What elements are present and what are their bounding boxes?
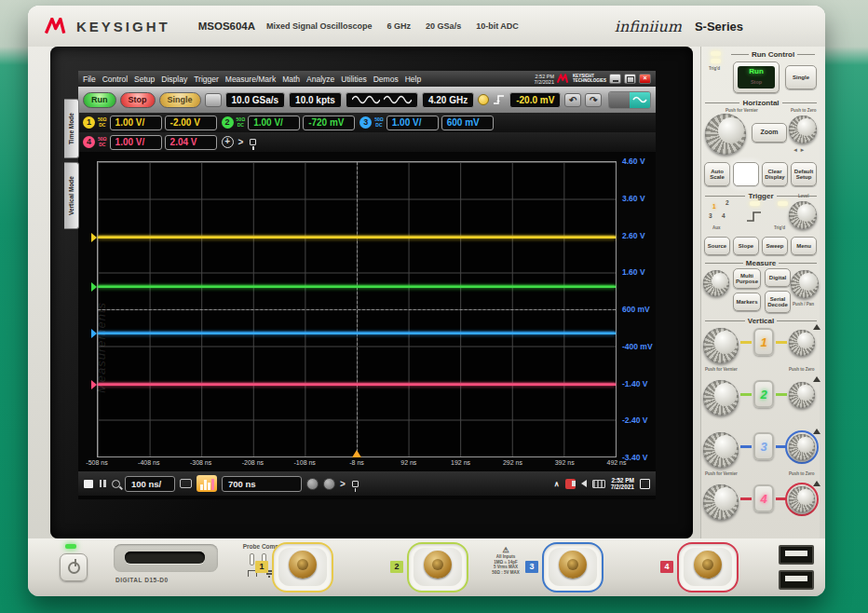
maximize-button[interactable] [624, 74, 636, 84]
channel-1-scale-knob[interactable] [703, 328, 739, 363]
bandwidth-field[interactable]: 4.20 GHz [422, 92, 474, 108]
channel-4-offset-knob[interactable] [789, 486, 815, 512]
undo-icon[interactable]: ↶ [564, 93, 581, 107]
sample-rate-field[interactable]: 10.0 GSa/s [225, 92, 286, 108]
pushpin-icon[interactable] [250, 139, 256, 145]
channel-1-badge[interactable]: 1 [83, 116, 95, 129]
touch-button[interactable] [733, 162, 759, 186]
menu-file[interactable]: File [83, 75, 96, 84]
markers-button[interactable]: Markers [733, 293, 761, 311]
close-button[interactable]: × [639, 74, 651, 84]
trigger-menu-button[interactable]: Menu [791, 237, 817, 255]
channel-3-scale-field[interactable]: 1.00 V/ [387, 116, 439, 130]
trace-channel-4[interactable] [98, 384, 616, 386]
channel-2-button[interactable]: 2 [753, 380, 774, 408]
channel-3-badge[interactable]: 3 [359, 116, 372, 129]
redo-icon[interactable]: ↷ [585, 93, 602, 107]
waveform-style-field[interactable] [346, 92, 418, 108]
channel-1-offset-knob[interactable] [789, 330, 815, 356]
acquisition-mode-icon[interactable] [205, 93, 222, 107]
display-icon[interactable] [180, 479, 192, 488]
menu-math[interactable]: Math [282, 75, 300, 84]
add-waveform-icon[interactable]: + [222, 136, 234, 148]
serial-decode-button[interactable]: Serial Decode [765, 291, 791, 313]
trigger-source-button[interactable]: Source [704, 237, 730, 255]
channel-2-offset-field[interactable]: -720 mV [303, 116, 355, 130]
channel-2-scale-field[interactable]: 1.00 V/ [248, 116, 300, 130]
tab-time-mode[interactable]: Time Mode [64, 99, 79, 158]
pushpin-icon[interactable] [352, 481, 359, 487]
trigger-sweep-button[interactable]: Sweep [762, 237, 788, 255]
pause-icon[interactable] [98, 479, 107, 488]
trigger-level-knob[interactable] [789, 201, 817, 229]
user-icon[interactable] [323, 478, 335, 490]
channel-4-badge[interactable]: 4 [83, 136, 95, 148]
menu-trigger[interactable]: Trigger [194, 75, 219, 84]
channel-4-offset-field[interactable]: 2.04 V [165, 135, 217, 150]
channel-2-scale-knob[interactable] [703, 380, 739, 415]
run-stop-button[interactable]: Run Stop [733, 61, 780, 93]
horizontal-position-knob[interactable] [789, 116, 817, 143]
trace-channel-2[interactable] [98, 286, 616, 288]
trigger-slope-button[interactable]: Slope [733, 237, 759, 255]
zoom-button[interactable]: Zoom [752, 123, 787, 143]
histogram-button[interactable] [197, 475, 217, 492]
trigger-edge-icon[interactable] [493, 94, 506, 105]
menu-utilities[interactable]: Utilities [341, 75, 366, 84]
trigger-time-marker-icon[interactable] [352, 450, 361, 457]
default-setup-button[interactable]: Default Setup [791, 162, 817, 186]
memory-depth-field[interactable]: 10.0 kpts [289, 92, 342, 108]
keyboard-icon[interactable] [592, 480, 605, 488]
channel-1-button[interactable]: 1 [753, 328, 774, 356]
stop-button[interactable]: Stop [120, 92, 156, 108]
menu-display[interactable]: Display [161, 75, 187, 84]
power-button[interactable] [60, 553, 88, 581]
channel-2-offset-knob[interactable] [789, 382, 815, 408]
single-button[interactable]: Single [159, 92, 201, 108]
tab-vertical-mode[interactable]: Vertical Mode [64, 162, 79, 229]
trace-channel-1[interactable] [98, 237, 616, 238]
channel-4-scale-field[interactable]: 1.00 V/ [110, 135, 162, 150]
channel-3-offset-knob[interactable] [789, 434, 815, 460]
channel-3-button[interactable]: 3 [753, 432, 774, 460]
notification-icon[interactable] [640, 479, 650, 489]
taskbar-clock[interactable]: 2:52 PM7/2/2021 [611, 477, 634, 490]
menu-help[interactable]: Help [405, 75, 421, 84]
magnifier-icon[interactable] [112, 480, 120, 488]
channel-1-scale-field[interactable]: 1.00 V/ [110, 116, 162, 130]
clear-display-button[interactable]: Clear Display [762, 162, 788, 186]
minimize-button[interactable] [609, 74, 621, 84]
menu-setup[interactable]: Setup [134, 75, 155, 84]
tray-expand-icon[interactable]: ∧ [554, 480, 560, 488]
menu-measure-mark[interactable]: Measure/Mark [225, 75, 276, 84]
channel-4-button[interactable]: 4 [753, 484, 774, 512]
multi-purpose-button[interactable]: Multi Purpose [733, 268, 761, 289]
channel-1-offset-field[interactable]: -2.00 V [165, 116, 217, 130]
auto-scale-button[interactable]: Auto Scale [704, 162, 730, 186]
timebase-field[interactable]: 100 ns/ [125, 476, 175, 492]
trigger-source-icon[interactable] [478, 94, 489, 105]
digital-button[interactable]: Digital [765, 268, 791, 287]
menu-demos[interactable]: Demos [373, 75, 399, 84]
measure-action-knob[interactable] [703, 270, 729, 296]
horizontal-range-field[interactable]: 700 ns [222, 476, 302, 492]
speaker-icon[interactable] [581, 480, 587, 487]
measure-pan-knob[interactable] [791, 270, 819, 298]
run-button[interactable]: Run [83, 92, 116, 108]
waveform-grid[interactable]: Measurements [97, 161, 617, 457]
trace-channel-3[interactable] [98, 333, 616, 334]
window-icon[interactable] [84, 480, 93, 488]
expand-arrow-icon[interactable]: > [238, 137, 244, 147]
menu-control[interactable]: Control [102, 75, 128, 84]
horizontal-scale-knob[interactable] [705, 114, 746, 155]
single-button-panel[interactable]: Single [785, 65, 817, 89]
channel-4-scale-knob[interactable] [703, 484, 739, 520]
channel-3-offset-field[interactable]: 600 mV [441, 116, 494, 130]
channel-2-badge[interactable]: 2 [222, 116, 234, 129]
menu-analyze[interactable]: Analyze [306, 75, 334, 84]
expand-arrow-icon[interactable]: > [340, 479, 346, 489]
trigger-level-field[interactable]: -20.0 mV [509, 92, 561, 108]
channel-3-scale-knob[interactable] [703, 432, 739, 468]
emoticon-icon[interactable] [306, 478, 319, 490]
touch-toggle-button[interactable] [608, 91, 651, 109]
